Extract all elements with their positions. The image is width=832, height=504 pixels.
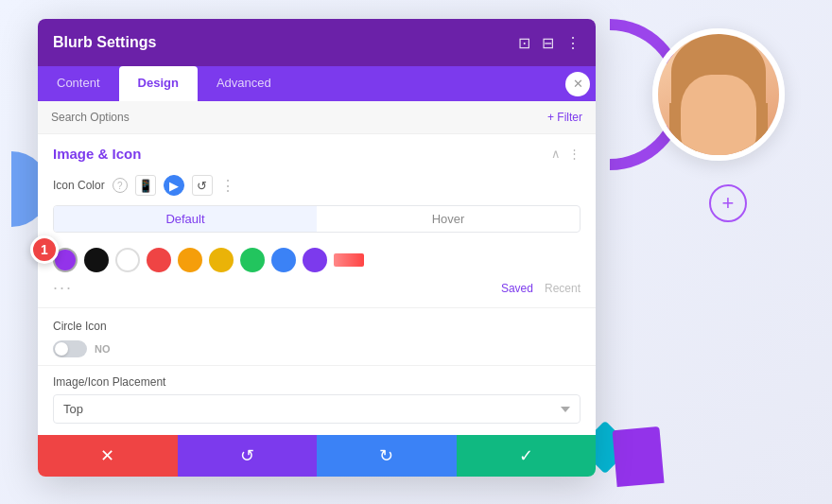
collapse-icon[interactable]: ∧ [551, 147, 561, 161]
palette-footer: ··· Saved Recent [38, 276, 596, 305]
tab-design[interactable]: Design [119, 66, 198, 101]
panel-header-icons: ⊡ ⊟ ⋮ [518, 34, 581, 52]
tab-content[interactable]: Content [38, 66, 119, 101]
face [681, 75, 756, 155]
color-swatch-green[interactable] [240, 248, 265, 272]
preview-area [652, 28, 785, 161]
color-swatch-yellow[interactable] [209, 248, 234, 272]
phone-icon-btn[interactable]: 📱 [135, 175, 156, 196]
section-title: Image & Icon [53, 146, 141, 162]
panel-body: Image & Icon ∧ ⋮ Icon Color ? 📱 ▶ ↺ ⋮ De… [38, 134, 596, 435]
section-header-icons: ∧ ⋮ [551, 147, 581, 161]
panel-header: Blurb Settings ⊡ ⊟ ⋮ [38, 19, 596, 66]
search-input[interactable] [51, 111, 240, 124]
split-icon[interactable]: ⊟ [542, 34, 554, 52]
placement-section: Image/Icon Placement Top Left Right Bott… [38, 368, 596, 435]
switch-thumb [55, 342, 68, 356]
circle-icon-toggle: NO [53, 340, 581, 357]
desktop-icon-btn[interactable]: ▶ [164, 175, 184, 196]
toggle-hover[interactable]: Hover [317, 206, 580, 232]
blurb-settings-panel: Blurb Settings ⊡ ⊟ ⋮ Content Design Adva… [38, 19, 596, 477]
profile-image-bg [658, 34, 779, 155]
section-more-icon[interactable]: ⋮ [568, 147, 581, 161]
step-indicator: 1 [30, 235, 59, 264]
switch-no-label: NO [95, 343, 111, 355]
save-button[interactable]: ✓ [457, 435, 597, 477]
icon-color-row: Icon Color ? 📱 ▶ ↺ ⋮ [38, 169, 596, 201]
help-icon[interactable]: ? [113, 178, 128, 193]
cancel-button[interactable]: ✕ [38, 435, 178, 477]
divider-1 [38, 307, 596, 308]
close-button[interactable]: ✕ [565, 72, 590, 96]
saved-label[interactable]: Saved [501, 282, 533, 295]
color-swatch-white[interactable] [115, 248, 140, 272]
resize-icon[interactable]: ⊡ [518, 34, 530, 52]
profile-image [652, 28, 785, 161]
reset-icon-btn[interactable]: ↺ [192, 175, 213, 196]
search-bar: + Filter [38, 101, 596, 134]
bottom-shapes-decor [586, 428, 662, 485]
color-swatch-orange[interactable] [178, 248, 202, 272]
color-swatch-blue[interactable] [271, 248, 296, 272]
circle-icon-label: Circle Icon [53, 320, 581, 333]
undo-button[interactable]: ↺ [178, 435, 318, 477]
panel-tabs: Content Design Advanced ✕ [38, 66, 596, 101]
panel-footer: ✕ ↺ ↻ ✓ [38, 435, 596, 477]
more-colors-btn[interactable]: ··· [53, 278, 73, 298]
more-dots-btn[interactable]: ⋮ [220, 177, 236, 195]
panel-title: Blurb Settings [53, 34, 156, 51]
switch-track[interactable] [53, 340, 87, 357]
filter-button[interactable]: + Filter [547, 111, 582, 124]
section-header: Image & Icon ∧ ⋮ [38, 134, 596, 169]
placement-label: Image/Icon Placement [53, 375, 581, 389]
placement-select[interactable]: Top Left Right Bottom [53, 394, 581, 424]
color-swatch-black[interactable] [84, 248, 109, 272]
color-eyedropper[interactable] [334, 253, 364, 267]
circle-icon-section: Circle Icon NO [38, 310, 596, 363]
color-swatch-dark-purple[interactable] [303, 248, 327, 272]
add-element-button[interactable]: + [709, 184, 747, 222]
color-swatch-red[interactable] [147, 248, 171, 272]
redo-button[interactable]: ↻ [317, 435, 457, 477]
recent-label[interactable]: Recent [545, 282, 581, 295]
more-options-icon[interactable]: ⋮ [565, 34, 581, 52]
divider-2 [38, 365, 596, 366]
toggle-default[interactable]: Default [54, 206, 317, 232]
color-palette [38, 240, 596, 276]
default-hover-toggle: Default Hover [53, 205, 581, 233]
icon-color-label: Icon Color [53, 179, 105, 192]
tab-advanced[interactable]: Advanced [198, 66, 290, 101]
